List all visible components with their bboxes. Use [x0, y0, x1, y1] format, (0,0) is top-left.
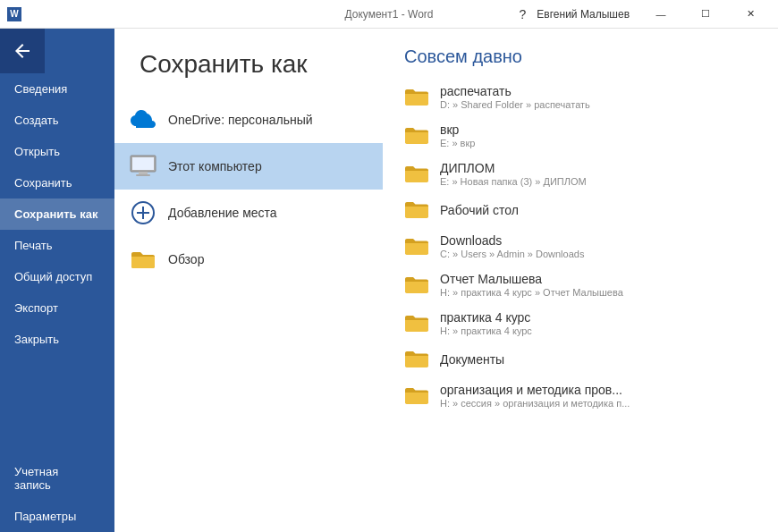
sidebar-item-sohranit-kak[interactable]: Сохранить как	[0, 198, 114, 230]
sidebar-item-sozdat[interactable]: Создать	[0, 105, 114, 136]
folder-icon	[404, 236, 429, 258]
location-add-place[interactable]: Добавление места	[114, 190, 383, 236]
list-item-name: Рабочий стол	[440, 203, 755, 217]
main-content: Сведения Создать Открыть Сохранить Сохра…	[0, 29, 778, 532]
svg-rect-1	[132, 157, 154, 170]
doc-title: Документ1 - Word	[344, 8, 433, 21]
list-item-path: E: » вкр	[440, 138, 755, 148]
sidebar-item-otkryt[interactable]: Открыть	[0, 136, 114, 167]
recent-title: Совсем давно	[383, 29, 778, 78]
list-item-info: Рабочий стол	[440, 203, 755, 218]
title-bar-right: ? Евгений Малышев — ☐ ✕	[520, 1, 771, 28]
maximize-button[interactable]: ☐	[685, 1, 726, 28]
minimize-button[interactable]: —	[640, 1, 681, 28]
cloud-icon	[129, 106, 157, 134]
computer-icon	[129, 152, 157, 181]
list-item-name: Downloads	[440, 233, 755, 248]
list-item-info: Документы	[440, 352, 755, 367]
list-item-name: распечатать	[440, 84, 755, 98]
right-panel: Совсем давно распечатать D: » Shared Fol…	[383, 29, 778, 532]
close-button[interactable]: ✕	[730, 1, 771, 28]
browse-folder-icon	[129, 245, 157, 274]
folder-icon	[404, 349, 429, 370]
list-item-path: D: » Shared Folder » распечатать	[440, 99, 755, 110]
this-computer-label: Этот компьютер	[168, 159, 262, 173]
sidebar-item-obshiy-dostup[interactable]: Общий доступ	[0, 261, 114, 292]
list-item[interactable]: Downloads C: » Users » Admin » Downloads	[383, 227, 776, 266]
list-item-path: E: » Новая папка (3) » ДИПЛОМ	[440, 176, 755, 187]
word-icon: W	[7, 7, 21, 21]
left-nav: Сведения Создать Открыть Сохранить Сохра…	[0, 29, 114, 532]
list-item[interactable]: Рабочий стол	[383, 193, 776, 227]
sidebar-item-pechat[interactable]: Печать	[0, 230, 114, 261]
list-item-path: H: » практика 4 курс	[440, 325, 755, 336]
sidebar-item-zakryt[interactable]: Закрыть	[0, 324, 114, 355]
nav-spacer	[0, 355, 114, 456]
sidebar-item-parametry[interactable]: Параметры	[0, 501, 114, 532]
folder-icon	[404, 313, 429, 334]
list-item-name: практика 4 курс	[440, 310, 755, 325]
back-icon	[12, 40, 33, 62]
folder-icon	[404, 164, 429, 185]
back-button[interactable]	[0, 29, 45, 73]
list-item-name: вкр	[440, 122, 755, 137]
folder-icon	[404, 87, 429, 108]
add-place-icon	[129, 198, 157, 227]
list-item[interactable]: Документы	[383, 342, 776, 376]
svg-rect-3	[136, 174, 150, 176]
svg-rect-2	[139, 172, 148, 174]
folder-icon	[404, 199, 429, 221]
list-item[interactable]: организация и методика пров... H: » сесс…	[383, 376, 776, 415]
browse-label: Обзор	[168, 252, 204, 266]
list-item-info: Downloads C: » Users » Admin » Downloads	[440, 233, 755, 259]
list-item[interactable]: практика 4 курс H: » практика 4 курс	[383, 304, 776, 342]
title-bar-center: Документ1 - Word	[344, 8, 433, 21]
center-panel: Сохранить как OneDrive: персональный Это…	[114, 29, 383, 532]
title-bar-left: W	[7, 7, 21, 21]
list-item-info: ДИПЛОМ E: » Новая папка (3) » ДИПЛОМ	[440, 161, 755, 187]
recent-list: распечатать D: » Shared Folder » распеча…	[383, 78, 778, 532]
list-item-info: распечатать D: » Shared Folder » распеча…	[440, 84, 755, 110]
location-browse[interactable]: Обзор	[114, 236, 383, 283]
list-item-info: Отчет Малышева H: » практика 4 курс » От…	[440, 272, 755, 298]
location-onedrive[interactable]: OneDrive: персональный	[114, 97, 383, 143]
list-item-info: организация и методика пров... H: » сесс…	[440, 383, 755, 409]
folder-icon	[404, 385, 429, 407]
folder-icon	[404, 125, 429, 147]
add-place-label: Добавление места	[168, 206, 277, 220]
list-item-info: вкр E: » вкр	[440, 122, 755, 148]
list-item-name: организация и методика пров...	[440, 383, 755, 397]
title-bar: W Документ1 - Word ? Евгений Малышев — ☐…	[0, 0, 778, 29]
folder-icon	[404, 274, 429, 296]
sidebar-item-sohranit[interactable]: Сохранить	[0, 167, 114, 198]
list-item-path: H: » практика 4 курс » Отчет Малышева	[440, 287, 755, 298]
sidebar-item-svedeniya[interactable]: Сведения	[0, 73, 114, 105]
list-item[interactable]: ДИПЛОМ E: » Новая папка (3) » ДИПЛОМ	[383, 155, 776, 193]
user-name: Евгений Малышев	[537, 8, 630, 21]
list-item[interactable]: распечатать D: » Shared Folder » распеча…	[383, 78, 776, 116]
list-item-name: ДИПЛОМ	[440, 161, 755, 175]
list-item-path: C: » Users » Admin » Downloads	[440, 249, 755, 259]
sidebar-item-uchetnaya-zapis[interactable]: Учетнаязапись	[0, 456, 114, 501]
help-icon[interactable]: ?	[520, 7, 527, 21]
list-item-name: Документы	[440, 352, 755, 367]
page-title: Сохранить как	[114, 29, 383, 97]
sidebar-item-eksport[interactable]: Экспорт	[0, 292, 114, 324]
list-item[interactable]: Отчет Малышева H: » практика 4 курс » От…	[383, 266, 776, 304]
list-item-name: Отчет Малышева	[440, 272, 755, 286]
onedrive-label: OneDrive: персональный	[168, 113, 313, 127]
list-item[interactable]: вкр E: » вкр	[383, 116, 776, 155]
list-item-info: практика 4 курс H: » практика 4 курс	[440, 310, 755, 336]
location-this-computer[interactable]: Этот компьютер	[114, 143, 383, 190]
list-item-path: H: » сессия » организация и методика п..…	[440, 398, 755, 409]
